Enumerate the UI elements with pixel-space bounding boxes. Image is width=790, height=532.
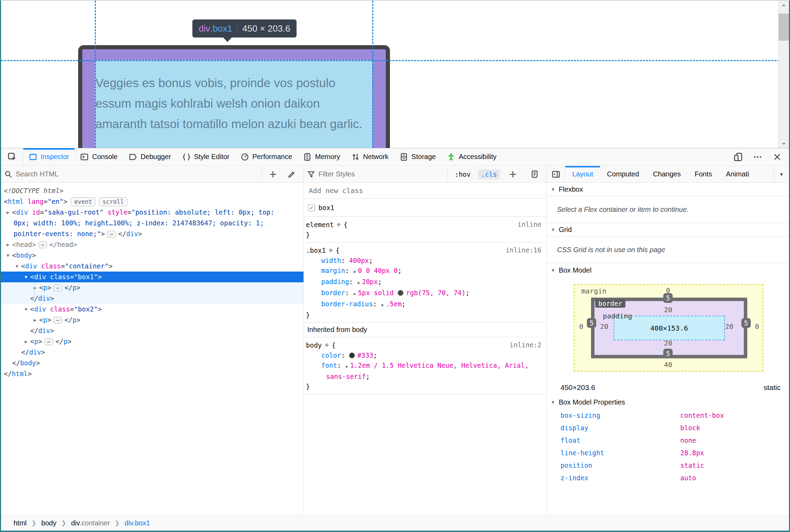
border-left-value[interactable]: 5 — [587, 318, 596, 328]
eyedropper-button[interactable] — [283, 167, 300, 182]
rule-source-link[interactable]: inline:16 — [506, 245, 541, 255]
selector-highlighter-icon[interactable]: ⌖ — [336, 220, 341, 229]
expand-twisty-icon[interactable]: ▶ — [31, 282, 39, 293]
scroll-up-icon[interactable]: ⌃ — [779, 2, 789, 13]
css-declaration[interactable]: padding: ▶20px; — [306, 277, 546, 288]
scrollbar-thumb[interactable] — [779, 14, 789, 41]
breadcrumb-item-html[interactable]: html — [14, 519, 27, 527]
expand-twisty-icon[interactable]: ▼ — [4, 250, 12, 261]
collapsed-children-icon[interactable]: ⋯ — [39, 241, 47, 248]
event-badge[interactable]: event — [71, 197, 95, 206]
tab-changes[interactable]: Changes — [646, 166, 688, 182]
class-checkbox[interactable]: ✓ — [308, 204, 315, 211]
margin-bottom-value[interactable]: 40 — [664, 360, 672, 369]
markup-node-row[interactable]: <!DOCTYPE html> — [1, 185, 303, 196]
markup-node-row[interactable]: pointer-events: none;">⋯</div> — [1, 228, 303, 239]
css-declaration[interactable]: color: #333; — [306, 350, 546, 360]
box-model-property-z-index[interactable]: z-indexauto — [547, 472, 789, 484]
css-declaration[interactable]: width: 400px; — [306, 256, 546, 266]
collapsed-children-icon[interactable]: ⋯ — [53, 284, 62, 291]
box-model-section-header[interactable]: ▼ Box Model — [547, 263, 789, 277]
tab-fonts[interactable]: Fonts — [688, 166, 719, 182]
expand-property-icon[interactable]: ▶ — [354, 291, 356, 296]
class-toggle[interactable]: .cls — [478, 169, 500, 179]
all-tabs-menu-button[interactable]: ▼ — [774, 166, 789, 182]
page-scrollbar[interactable]: ⌃ ⌄ — [778, 1, 789, 148]
css-declaration[interactable]: margin: ▶0 0 40px 0; — [306, 266, 546, 277]
box-model-property-box-sizing[interactable]: box-sizingcontent-box — [547, 409, 789, 422]
selector-highlighter-icon[interactable]: ⌖ — [325, 341, 329, 349]
breadcrumb-item-div-box1[interactable]: div.box1 — [125, 519, 150, 527]
add-new-class-input[interactable]: Add new class — [304, 183, 546, 199]
markup-node-row[interactable]: ▶<head>⋯</head> — [1, 239, 303, 250]
box-model-properties-header[interactable]: ▼ Box Model Properties — [547, 395, 789, 409]
markup-node-row[interactable]: ▶<p>⋯</p> — [1, 282, 303, 293]
padding-left-value[interactable]: 20 — [600, 322, 608, 331]
css-declaration[interactable]: border-radius: ▶.5em; — [306, 299, 546, 310]
expand-twisty-icon[interactable]: ▶ — [4, 207, 12, 218]
markup-node-row[interactable]: 0px; width: 100%; height…100%; z-index: … — [1, 218, 303, 228]
expand-property-icon[interactable]: ▶ — [382, 302, 384, 307]
tab-inspector[interactable]: Inspector — [23, 148, 75, 165]
rule-selector[interactable]: .box1 — [306, 247, 326, 254]
expand-twisty-icon[interactable]: ▶ — [4, 239, 12, 250]
padding-bottom-value[interactable]: 20 — [664, 339, 672, 347]
tab-storage[interactable]: Storage — [394, 148, 441, 165]
pseudo-class-toggle[interactable]: :hov — [452, 169, 473, 179]
add-node-button[interactable] — [265, 167, 281, 182]
class-toggle-row[interactable]: ✓ box1 — [304, 199, 546, 217]
close-devtools-button[interactable] — [769, 149, 785, 165]
css-rule-box1[interactable]: inline:16.box1⌖{width: 400px;margin: ▶0 … — [304, 242, 546, 323]
scroll-down-icon[interactable]: ⌄ — [779, 137, 789, 147]
tab-layout[interactable]: Layout — [565, 166, 600, 182]
collapsed-children-icon[interactable]: ⋯ — [44, 338, 53, 345]
rule-selector[interactable]: element — [306, 221, 334, 228]
markup-node-row[interactable]: </body> — [1, 358, 303, 368]
expand-property-icon[interactable]: ▶ — [354, 269, 356, 274]
box-model-property-float[interactable]: floatnone — [547, 434, 789, 447]
css-declaration[interactable]: font: ▶1.2em / 1.5 Helvetica Neue, Helve… — [306, 360, 546, 382]
markup-node-row[interactable]: </html> — [1, 368, 303, 379]
margin-left-value[interactable]: 0 — [579, 322, 583, 331]
markup-node-row[interactable]: ▼<body> — [1, 250, 303, 261]
markup-node-row-selected[interactable]: ▼<div class="box1"> — [1, 272, 303, 282]
search-html-input[interactable]: Search HTML — [16, 170, 58, 178]
markup-node-row[interactable]: ▼<div class="container"> — [1, 261, 303, 272]
expand-twisty-icon[interactable]: ▼ — [22, 272, 30, 282]
pick-element-button[interactable] — [1, 148, 23, 165]
css-declaration[interactable]: border: ▶5px solid rgb(75, 70, 74); — [306, 288, 546, 299]
markup-node-row[interactable]: </div> — [1, 293, 303, 304]
css-rule-body[interactable]: inline:2body⌖{color: #333;font: ▶1.2em /… — [304, 337, 546, 394]
markup-node-row[interactable]: ▼<div class="box2"> — [1, 304, 303, 315]
markup-node-row[interactable]: </div> — [1, 325, 303, 336]
scroll-badge[interactable]: scroll — [99, 197, 127, 206]
box-model-property-position[interactable]: positionstatic — [547, 459, 789, 472]
devtools-menu-button[interactable] — [749, 149, 766, 165]
tab-animations[interactable]: Animati — [719, 166, 749, 182]
tab-debugger[interactable]: Debugger — [123, 148, 177, 165]
color-swatch[interactable] — [349, 352, 355, 358]
filter-styles-input[interactable]: Filter Styles — [318, 170, 355, 178]
add-rule-button[interactable] — [505, 167, 521, 182]
box-model-property-display[interactable]: displayblock — [547, 422, 789, 434]
breadcrumb-item-body[interactable]: body — [41, 519, 56, 527]
css-rule-element[interactable]: inlineelement⌖{} — [304, 217, 546, 242]
sidebar-toggle-button[interactable] — [547, 166, 565, 182]
markup-node-row[interactable]: <html lang="en">eventscroll — [1, 196, 303, 207]
grid-section-header[interactable]: ▼ Grid — [547, 223, 789, 237]
color-swatch[interactable] — [398, 290, 404, 296]
markup-node-row[interactable]: </div> — [1, 347, 303, 358]
rule-selector[interactable]: body — [306, 341, 322, 349]
collapsed-children-icon[interactable]: ⋯ — [107, 231, 116, 238]
tab-accessibility[interactable]: Accessibility — [441, 148, 502, 165]
expand-property-icon[interactable]: ▶ — [358, 280, 360, 285]
expand-twisty-icon[interactable]: ▶ — [22, 336, 30, 347]
tab-network[interactable]: Network — [346, 148, 394, 165]
collapsed-children-icon[interactable]: ⋯ — [53, 317, 62, 324]
padding-top-value[interactable]: 20 — [664, 306, 672, 314]
expand-twisty-icon[interactable]: ▼ — [13, 261, 21, 272]
box-model-property-line-height[interactable]: line-height28.8px — [547, 447, 789, 459]
print-simulation-button[interactable] — [526, 167, 543, 182]
border-bottom-value[interactable]: 5 — [663, 349, 673, 358]
border-top-value[interactable]: 5 — [663, 293, 673, 303]
